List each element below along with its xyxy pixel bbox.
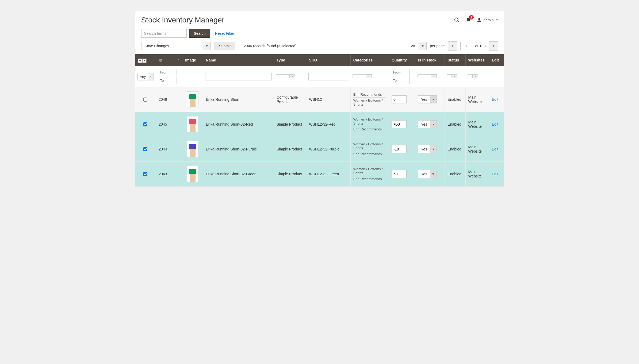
chevron-down-icon[interactable] — [430, 145, 437, 153]
filter-qty-from[interactable] — [391, 69, 410, 76]
in-stock-select[interactable]: Yes — [418, 145, 437, 153]
per-page-label: per page — [430, 44, 445, 48]
col-sku[interactable]: SKU — [306, 54, 350, 66]
chevron-down-icon[interactable] — [203, 42, 211, 50]
filter-categories[interactable] — [353, 74, 372, 78]
mass-action-select[interactable]: Save Changes — [141, 42, 211, 50]
search-input[interactable] — [141, 29, 187, 38]
cell-status: Enabled — [445, 87, 465, 112]
cell-name: Erika Running Short-32-Green — [203, 162, 274, 187]
filter-status[interactable] — [447, 74, 457, 78]
in-stock-select[interactable]: Yes — [418, 95, 437, 103]
col-type[interactable]: Type — [274, 54, 306, 66]
prev-page-button[interactable] — [448, 41, 457, 51]
page-title: Stock Inventory Manager — [141, 16, 224, 24]
select-all-toggle[interactable] — [138, 59, 142, 63]
cell-categories: Erin RecommendsWomen / Bottoms / Shorts — [350, 87, 389, 112]
cell-categories: Women / Bottoms / ShortsErin Recommends — [350, 112, 389, 137]
filter-in-stock[interactable] — [418, 74, 437, 78]
cell-sku: WSH12 — [306, 87, 350, 112]
edit-link[interactable]: Edit — [492, 172, 498, 176]
filter-sku[interactable] — [308, 73, 348, 80]
col-id[interactable]: ID↑ — [156, 54, 182, 66]
next-page-button[interactable] — [489, 41, 498, 51]
col-image[interactable]: Image — [182, 54, 203, 66]
col-select[interactable] — [135, 54, 156, 66]
row-checkbox[interactable] — [143, 122, 147, 126]
category-item: Women / Bottoms / Shorts — [353, 117, 386, 126]
filter-websites[interactable] — [468, 74, 478, 78]
chevron-down-icon — [496, 20, 498, 21]
user-name: admin — [483, 18, 493, 22]
chevron-down-icon[interactable] — [419, 42, 427, 50]
filter-qty-to[interactable] — [391, 77, 410, 84]
category-item: Erin Recommends — [353, 176, 386, 182]
submit-button[interactable]: Submit — [215, 42, 235, 50]
quantity-input[interactable] — [392, 145, 407, 153]
cell-websites: Main Website — [465, 137, 489, 162]
cell-status: Enabled — [445, 162, 465, 187]
cell-name: Erika Running Short-32-Red — [203, 112, 274, 137]
category-item: Women / Bottoms / Shorts — [353, 166, 386, 176]
chevron-down-icon[interactable] — [289, 74, 295, 78]
product-thumb[interactable] — [187, 166, 198, 182]
col-name[interactable]: Name — [203, 54, 274, 66]
edit-link[interactable]: Edit — [492, 147, 498, 151]
search-icon[interactable] — [454, 17, 460, 23]
select-menu-toggle[interactable] — [142, 59, 147, 63]
svg-point-0 — [455, 18, 458, 21]
chevron-down-icon[interactable] — [366, 74, 372, 78]
filter-type[interactable] — [276, 74, 295, 78]
col-status[interactable]: Status — [445, 54, 465, 66]
cell-id: 2046 — [156, 87, 182, 112]
chevron-down-icon[interactable] — [148, 73, 154, 80]
cell-quantity — [389, 162, 415, 187]
cell-websites: Main Website — [465, 112, 489, 137]
chevron-down-icon[interactable] — [472, 74, 478, 78]
col-websites[interactable]: Websites — [465, 54, 489, 66]
table-row: 2045Erika Running Short-32-RedSimple Pro… — [135, 112, 504, 137]
cell-id: 2044 — [156, 137, 182, 162]
filter-name[interactable] — [205, 73, 272, 80]
reset-filter-link[interactable]: Reset Filter — [215, 31, 234, 36]
per-page-input[interactable] — [407, 42, 419, 50]
product-thumb[interactable] — [187, 91, 198, 107]
cell-type: Simple Product — [274, 162, 306, 187]
sort-asc-icon: ↑ — [178, 58, 179, 62]
cell-in-stock: Yes — [415, 87, 445, 112]
col-categories[interactable]: Categories — [350, 54, 389, 66]
row-checkbox[interactable] — [143, 172, 147, 176]
filter-id-from[interactable] — [158, 69, 177, 76]
cell-status: Enabled — [445, 137, 465, 162]
quantity-input[interactable] — [392, 95, 407, 103]
product-thumb[interactable] — [187, 116, 198, 132]
records-summary: 2046 records found (3 selected) — [244, 44, 297, 48]
cell-id: 2045 — [156, 112, 182, 137]
chevron-down-icon[interactable] — [451, 74, 457, 78]
edit-link[interactable]: Edit — [492, 97, 498, 102]
filter-select-any[interactable]: Any — [137, 73, 154, 80]
row-checkbox[interactable] — [143, 98, 147, 102]
category-item: Erin Recommends — [353, 151, 386, 157]
quantity-input[interactable] — [392, 170, 407, 178]
in-stock-select[interactable]: Yes — [418, 170, 437, 178]
cell-quantity — [389, 112, 415, 137]
chevron-down-icon[interactable] — [431, 74, 437, 78]
edit-link[interactable]: Edit — [492, 122, 498, 126]
quantity-input[interactable] — [392, 120, 407, 128]
in-stock-select[interactable]: Yes — [418, 120, 437, 128]
chevron-down-icon[interactable] — [430, 120, 437, 128]
search-button[interactable]: Search — [189, 29, 210, 38]
col-in-stock[interactable]: Is in stock — [415, 54, 445, 66]
product-thumb[interactable] — [187, 141, 198, 157]
filter-id-to[interactable] — [158, 77, 177, 84]
user-menu[interactable]: admin — [477, 18, 498, 22]
chevron-down-icon[interactable] — [430, 170, 437, 178]
current-page-input[interactable] — [460, 42, 472, 50]
row-checkbox[interactable] — [143, 147, 147, 151]
col-quantity[interactable]: Quantity — [389, 54, 415, 66]
per-page-select[interactable] — [407, 42, 427, 50]
chevron-down-icon[interactable] — [430, 95, 437, 103]
col-edit[interactable]: Edit — [489, 54, 504, 66]
notifications-icon[interactable]: 2 — [466, 17, 471, 23]
